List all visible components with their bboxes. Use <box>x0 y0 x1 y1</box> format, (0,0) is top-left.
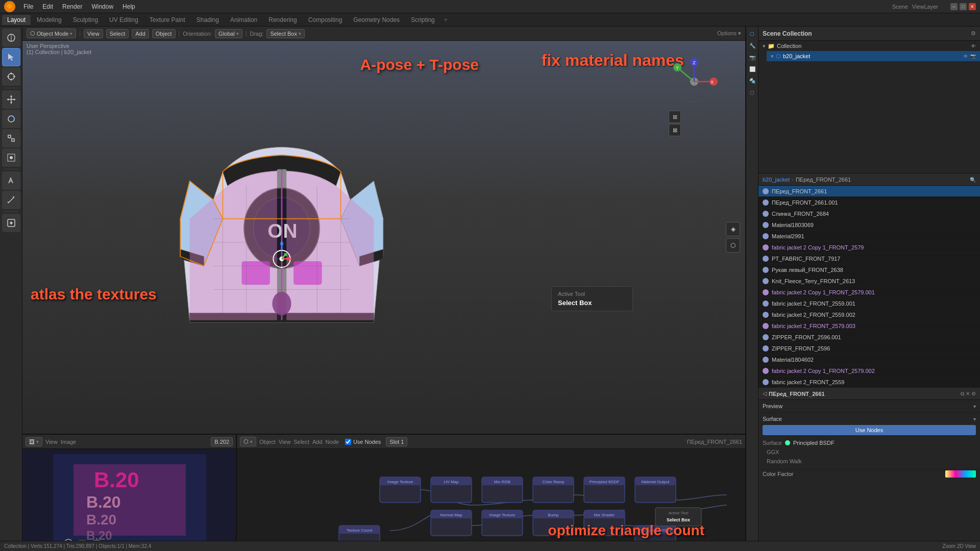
mat-item-15[interactable]: Material1804602 <box>758 354 980 365</box>
use-nodes-button[interactable]: Use Nodes <box>763 425 976 435</box>
cursor-tool-button[interactable] <box>2 67 20 86</box>
scene-tab[interactable]: 📷 <box>747 52 757 62</box>
mat-settings-icon[interactable]: ✕ <box>966 391 970 397</box>
orientation-dropdown[interactable]: Global ▾ <box>215 29 242 38</box>
tab-animation[interactable]: Animation <box>225 15 262 25</box>
menu-render[interactable]: Render <box>58 2 86 11</box>
select-menu[interactable]: Select <box>106 29 129 38</box>
tab-rendering[interactable]: Rendering <box>263 15 302 25</box>
view-menu[interactable]: View <box>84 29 103 38</box>
modifier-tab[interactable]: 🔩 <box>747 76 757 86</box>
material-search[interactable]: 🔍 <box>970 177 976 183</box>
tab-scripting[interactable]: Scripting <box>406 15 440 25</box>
outliner-b20-jacket[interactable]: ▾ ⬡ b20_jacket 👁 📷 <box>767 51 980 61</box>
color-factor-swatch[interactable] <box>945 470 976 478</box>
mat-filter-icon[interactable]: ⚙ <box>971 391 976 397</box>
mat-copy-icon[interactable]: ⧉ <box>961 391 964 397</box>
menu-window[interactable]: Window <box>87 2 117 11</box>
version-dropdown[interactable]: B.202 <box>211 437 233 446</box>
tab-sculpting[interactable]: Sculpting <box>68 15 103 25</box>
mat-item-0[interactable]: ПЕред_FRONT_2661 <box>758 186 980 197</box>
mat-item-13[interactable]: ZIPPER_FRONT_2596.001 <box>758 332 980 343</box>
minimize-button[interactable]: ─ <box>950 3 958 10</box>
mat-item-9[interactable]: fabric jacket 2 Copy 1_FRONT_2579.001 <box>758 287 980 298</box>
close-button[interactable]: ✕ <box>969 3 976 10</box>
add-tool-button[interactable] <box>2 214 20 232</box>
node-editor-header: ⬡ ▾ Object View Select Add Node Use Node… <box>237 435 745 449</box>
outliner[interactable]: ▾ 📁 Collection 👁 ▾ ⬡ b20_jacket 👁 <box>758 41 980 173</box>
image-menu-2d[interactable]: Image <box>61 439 77 445</box>
mat-item-12[interactable]: fabric jacket 2_FRONT_2579.003 <box>758 320 980 332</box>
mat-item-3[interactable]: Material1803069 <box>758 219 980 231</box>
mat-item-8[interactable]: Knit_Fleece_Terry_FRONT_2613 <box>758 276 980 287</box>
image-editor-type[interactable]: 🖼 ▾ <box>26 437 42 446</box>
ortho-icon[interactable]: ⊠ <box>669 124 681 136</box>
add-workspace-button[interactable]: + <box>441 15 451 24</box>
node-view-menu[interactable]: View <box>279 439 291 445</box>
properties-tab[interactable]: 🔧 <box>747 40 757 51</box>
breadcrumb-b20[interactable]: b20_jacket <box>763 177 790 183</box>
select-tool-button[interactable] <box>2 48 20 66</box>
viewport-3d[interactable]: User Perspective (1) Collection | b20_ja… <box>22 41 745 434</box>
outliner-tab[interactable]: ⬡ <box>747 29 757 39</box>
tab-compositing[interactable]: Compositing <box>303 15 348 25</box>
preview-toggle[interactable]: Preview ▾ <box>763 403 976 409</box>
menu-file[interactable]: File <box>19 2 37 11</box>
menu-edit[interactable]: Edit <box>38 2 57 11</box>
drag-dropdown[interactable]: Select Box ▾ <box>266 29 305 38</box>
tab-shading[interactable]: Shading <box>191 15 224 25</box>
node-add-menu[interactable]: Add <box>312 439 323 445</box>
rotate-tool-button[interactable] <box>2 110 20 128</box>
mat-item-4[interactable]: Material2991 <box>758 231 980 242</box>
filter-icon[interactable]: ⚙ <box>971 30 976 37</box>
tab-modeling[interactable]: Modeling <box>32 15 67 25</box>
tab-texture-paint[interactable]: Texture Paint <box>144 15 190 25</box>
mat-item-14[interactable]: ZIPPER_FRONT_2596 <box>758 343 980 354</box>
tab-uv-editing[interactable]: UV Editing <box>104 15 143 25</box>
tab-geometry-nodes[interactable]: Geometry Nodes <box>348 15 405 25</box>
mat-item-1[interactable]: ПЕред_FRONT_2661.001 <box>758 197 980 208</box>
node-object-menu[interactable]: Object <box>259 439 276 445</box>
jacket-eye-icon[interactable]: 👁 <box>963 54 968 59</box>
transform-tool-button[interactable] <box>2 148 20 167</box>
object-menu[interactable]: Object <box>152 29 176 38</box>
mode-dropdown[interactable]: ⬡ Object Mode ▾ <box>27 29 76 38</box>
mat-item-10[interactable]: fabric jacket 2_FRONT_2559.001 <box>758 298 980 309</box>
mat-item-6[interactable]: PT_FABRIC_FRONT_7917 <box>758 253 980 264</box>
move-tool-button[interactable] <box>2 90 20 109</box>
outliner-scene-collection[interactable]: ▾ 📁 Collection 👁 <box>758 41 980 51</box>
collection-eye-icon[interactable]: 👁 <box>971 43 976 49</box>
mat-item-11[interactable]: fabric jacket 2_FRONT_2559.002 <box>758 309 980 320</box>
scale-tool-button[interactable] <box>2 129 20 147</box>
image-canvas[interactable]: B.20 B.20 B.20 B.20 <box>22 449 236 551</box>
use-nodes-checkbox[interactable] <box>345 439 351 445</box>
node-editor[interactable]: ⬡ ▾ Object View Select Add Node Use Node… <box>237 435 745 551</box>
material-list[interactable]: ПЕред_FRONT_2661 ПЕред_FRONT_2661.001 Сп… <box>758 186 980 388</box>
slot-dropdown[interactable]: Slot 1 <box>386 437 407 446</box>
node-node-menu[interactable]: Node <box>326 439 339 445</box>
node-editor-type[interactable]: ⬡ ▾ <box>240 437 256 446</box>
annotate-tool-button[interactable] <box>2 171 20 190</box>
menu-help[interactable]: Help <box>118 2 139 11</box>
mat-back-btn[interactable]: ◁ <box>763 390 767 397</box>
rendered-view-icon[interactable]: ⬡ <box>726 238 740 253</box>
perspective-icon[interactable]: ⊞ <box>669 111 681 123</box>
options-label[interactable]: Options ▾ <box>717 30 741 37</box>
tab-layout[interactable]: Layout <box>2 15 31 25</box>
mat-item-2[interactable]: Спинка_FRONT_2684 <box>758 208 980 219</box>
maximize-button[interactable]: □ <box>960 3 967 10</box>
jacket-camera-icon[interactable]: 📷 <box>970 54 976 59</box>
add-menu[interactable]: Add <box>132 29 149 38</box>
material-tab[interactable]: ⬡ <box>747 87 757 97</box>
mat-item-5[interactable]: fabric jacket 2 Copy 1_FRONT_2579 <box>758 242 980 253</box>
surface-toggle[interactable]: Surface ▾ <box>763 416 976 422</box>
mat-item-7[interactable]: Рукав левый_FRONT_2638 <box>758 264 980 276</box>
node-select-menu[interactable]: Select <box>293 439 309 445</box>
mat-item-16[interactable]: fabric jacket 2 Copy 1_FRONT_2579.002 <box>758 365 980 377</box>
mat-item-17[interactable]: fabric jacket 2_FRONT_2559 <box>758 377 980 388</box>
view-menu-2d[interactable]: View <box>45 439 58 445</box>
material-preview-icon[interactable]: ◈ <box>726 222 740 236</box>
measure-tool-button[interactable] <box>2 191 20 209</box>
object-tab[interactable]: ⬜ <box>747 64 757 74</box>
viewport-gizmo[interactable]: X Y Z ⊞ ⊠ <box>669 56 720 136</box>
